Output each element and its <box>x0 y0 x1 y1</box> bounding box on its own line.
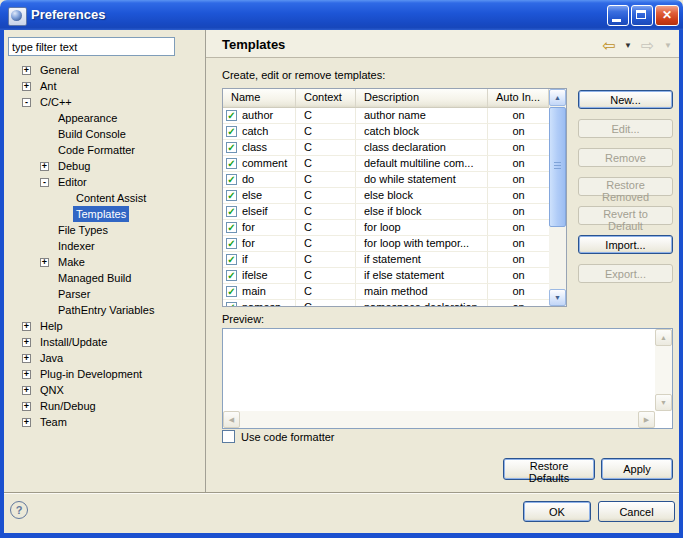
tree-item[interactable]: Ant <box>8 78 204 94</box>
action-button[interactable]: Restore Removed <box>578 177 673 196</box>
apply-button[interactable]: Apply <box>601 458 673 480</box>
column-header[interactable]: Auto In... <box>488 89 549 107</box>
preview-horizontal-scrollbar[interactable]: ◀ ▶ <box>223 411 655 428</box>
row-checkbox[interactable] <box>226 174 237 185</box>
tree-item-label[interactable]: Managed Build <box>55 270 134 286</box>
row-checkbox[interactable] <box>226 222 237 233</box>
scroll-down-icon[interactable]: ▼ <box>549 289 566 306</box>
tree-item[interactable]: Install/Update <box>8 334 204 350</box>
tree-item-label[interactable]: File Types <box>55 222 111 238</box>
forward-dropdown-icon[interactable]: ▼ <box>664 41 672 50</box>
table-scrollbar[interactable]: ▲ ▼ <box>549 89 566 306</box>
table-row[interactable]: author C author name on <box>223 108 549 124</box>
row-checkbox[interactable] <box>226 158 237 169</box>
tree-item[interactable]: Help <box>8 318 204 334</box>
close-button[interactable]: ✕ <box>655 5 679 26</box>
expand-toggle-icon[interactable] <box>22 402 31 411</box>
expand-toggle-icon[interactable] <box>22 338 31 347</box>
back-icon[interactable]: ⇦ <box>602 36 615 55</box>
column-header[interactable]: Context <box>296 89 356 107</box>
table-row[interactable]: for C for loop with tempor... on <box>223 236 549 252</box>
tree-item[interactable]: File Types <box>8 222 204 238</box>
row-checkbox[interactable] <box>226 238 237 249</box>
table-row[interactable]: do C do while statement on <box>223 172 549 188</box>
scroll-down-icon[interactable]: ▼ <box>655 394 672 411</box>
expand-toggle-icon[interactable] <box>40 258 49 267</box>
tree-item-label[interactable]: QNX <box>37 382 67 398</box>
ok-button[interactable]: OK <box>523 501 591 522</box>
tree-item[interactable]: Templates <box>8 206 204 222</box>
expand-toggle-icon[interactable] <box>22 354 31 363</box>
tree-item[interactable]: Plug-in Development <box>8 366 204 382</box>
tree-item[interactable]: Appearance <box>8 110 204 126</box>
tree-item-label[interactable]: Java <box>37 350 66 366</box>
row-checkbox[interactable] <box>226 190 237 201</box>
tree-item-label[interactable]: Build Console <box>55 126 129 142</box>
tree-item-label[interactable]: Team <box>37 414 70 430</box>
table-row[interactable]: elseif C else if block on <box>223 204 549 220</box>
scroll-up-icon[interactable]: ▲ <box>655 329 672 346</box>
table-row[interactable]: comment C default multiline com... on <box>223 156 549 172</box>
expand-toggle-icon[interactable] <box>22 370 31 379</box>
tree-item-label[interactable]: Plug-in Development <box>37 366 145 382</box>
table-row[interactable]: if C if statement on <box>223 252 549 268</box>
action-button[interactable]: Remove <box>578 148 673 167</box>
table-row[interactable]: main C main method on <box>223 284 549 300</box>
expand-toggle-icon[interactable] <box>40 178 49 187</box>
tree-item-label[interactable]: Indexer <box>55 238 98 254</box>
tree-item-label[interactable]: Appearance <box>55 110 120 126</box>
tree-item-label[interactable]: Make <box>55 254 88 270</box>
table-row[interactable]: class C class declaration on <box>223 140 549 156</box>
tree-item[interactable]: Run/Debug <box>8 398 204 414</box>
column-header[interactable]: Description <box>356 89 488 107</box>
row-checkbox[interactable] <box>226 254 237 265</box>
tree-item[interactable]: Code Formatter <box>8 142 204 158</box>
forward-icon[interactable]: ⇨ <box>641 36 654 55</box>
tree-item-label[interactable]: Parser <box>55 286 93 302</box>
row-checkbox[interactable] <box>226 286 237 297</box>
tree-item[interactable]: Editor <box>8 174 204 190</box>
back-dropdown-icon[interactable]: ▼ <box>624 41 632 50</box>
tree-item[interactable]: QNX <box>8 382 204 398</box>
action-button[interactable]: Import... <box>578 235 673 254</box>
tree-item[interactable]: Indexer <box>8 238 204 254</box>
tree-item[interactable]: Content Assist <box>8 190 204 206</box>
preview-vertical-scrollbar[interactable]: ▲ ▼ <box>655 329 672 411</box>
tree-item[interactable]: General <box>8 62 204 78</box>
expand-toggle-icon[interactable] <box>22 66 31 75</box>
tree-item[interactable]: Java <box>8 350 204 366</box>
expand-toggle-icon[interactable] <box>22 98 31 107</box>
expand-toggle-icon[interactable] <box>22 322 31 331</box>
scrollbar-thumb[interactable] <box>549 107 566 227</box>
tree-item[interactable]: Debug <box>8 158 204 174</box>
table-row[interactable]: else C else block on <box>223 188 549 204</box>
row-checkbox[interactable] <box>226 110 237 121</box>
scroll-right-icon[interactable]: ▶ <box>638 411 655 428</box>
use-code-formatter-checkbox[interactable] <box>222 430 235 443</box>
table-row[interactable]: catch C catch block on <box>223 124 549 140</box>
tree-item[interactable]: Team <box>8 414 204 430</box>
row-checkbox[interactable] <box>226 126 237 137</box>
tree-item-label[interactable]: PathEntry Variables <box>55 302 157 318</box>
restore-defaults-button[interactable]: Restore Defaults <box>503 458 595 480</box>
tree-item-label[interactable]: Install/Update <box>37 334 110 350</box>
tree-item[interactable]: C/C++ <box>8 94 204 110</box>
tree-item-label[interactable]: General <box>37 62 82 78</box>
tree-item[interactable]: Build Console <box>8 126 204 142</box>
cancel-button[interactable]: Cancel <box>598 501 675 522</box>
action-button[interactable]: Edit... <box>578 119 673 138</box>
action-button[interactable]: New... <box>578 90 673 109</box>
tree-item-label[interactable]: Code Formatter <box>55 142 138 158</box>
preview-area[interactable]: ▲ ▼ ◀ ▶ <box>222 328 673 429</box>
action-button[interactable]: Export... <box>578 264 673 283</box>
tree-item[interactable]: Make <box>8 254 204 270</box>
row-checkbox[interactable] <box>226 142 237 153</box>
filter-input[interactable] <box>8 37 175 56</box>
scroll-left-icon[interactable]: ◀ <box>223 411 240 428</box>
tree-item-label[interactable]: Debug <box>55 158 93 174</box>
tree-item-label[interactable]: Editor <box>55 174 90 190</box>
help-button[interactable]: ? <box>10 501 28 519</box>
tree-item[interactable]: Managed Build <box>8 270 204 286</box>
row-checkbox[interactable] <box>226 302 237 306</box>
tree-item[interactable]: Parser <box>8 286 204 302</box>
